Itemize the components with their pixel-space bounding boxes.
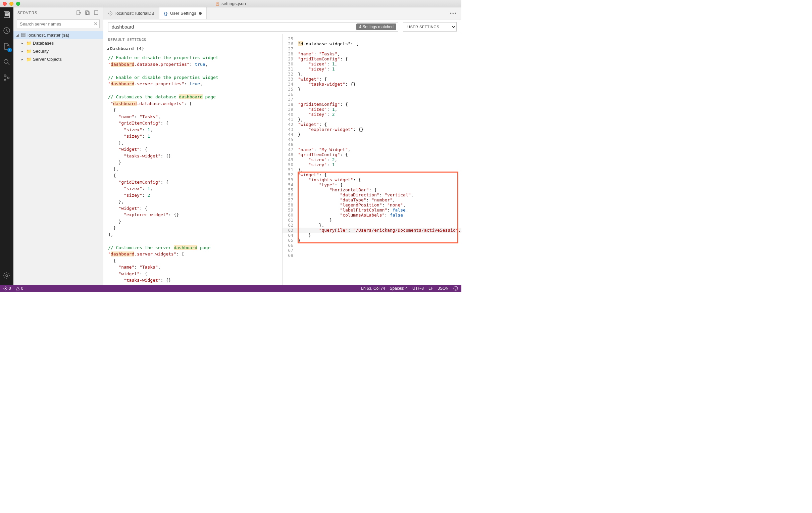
svg-rect-3	[5, 15, 8, 16]
svg-point-6	[4, 75, 6, 77]
dashboard-icon	[108, 11, 113, 16]
twisty-collapsed-icon: ▸	[22, 41, 25, 45]
editor-tabs: localhost:TutorialDB {} User Settings ••…	[103, 7, 461, 20]
tree-item-security[interactable]: ▸ Security	[13, 47, 103, 55]
twisty-expanded-icon: ◢	[107, 47, 109, 50]
explorer-badge: 1	[7, 48, 12, 52]
new-connection-icon[interactable]	[76, 10, 82, 16]
activity-bar: 1	[0, 7, 13, 285]
sidebar-title: SERVERS	[18, 11, 37, 15]
tab-tutorialdb[interactable]: localhost:TutorialDB	[103, 7, 160, 19]
svg-rect-2	[5, 13, 8, 14]
settings-search-input[interactable]	[108, 22, 398, 32]
status-cursor[interactable]: Ln 63, Col 74	[361, 286, 385, 291]
window-close-button[interactable]	[3, 2, 7, 6]
tree-server-root[interactable]: ◢ localhost, master (sa)	[13, 31, 103, 39]
folder-icon	[26, 57, 32, 61]
file-icon	[215, 2, 220, 6]
sidebar: SERVERS ✕ ◢ localhost, master (sa) ▸ Dat…	[13, 7, 103, 285]
tree-item-server-objects[interactable]: ▸ Server Objects	[13, 55, 103, 63]
activity-servers-icon[interactable]	[3, 11, 11, 20]
folder-icon	[26, 40, 32, 45]
tab-label: localhost:TutorialDB	[115, 11, 154, 16]
activity-explorer-icon[interactable]: 1	[3, 42, 11, 51]
section-label: Dashboard (4)	[110, 46, 144, 51]
svg-rect-13	[94, 11, 98, 15]
activity-source-control-icon[interactable]	[3, 74, 11, 83]
svg-rect-14	[21, 33, 25, 34]
status-encoding[interactable]: UTF-8	[412, 286, 424, 291]
status-warnings[interactable]: 0	[16, 286, 24, 291]
status-spaces[interactable]: Spaces: 4	[390, 286, 408, 291]
tree-root-label: localhost, master (sa)	[28, 32, 69, 37]
tree-item-label: Databases	[33, 40, 54, 46]
window-titlebar: settings.json	[0, 0, 461, 7]
tree-item-label: Server Objects	[33, 57, 62, 62]
settings-match-badge: 4 Settings matched	[356, 24, 396, 30]
collapse-all-icon[interactable]	[94, 10, 99, 16]
svg-point-5	[4, 59, 8, 63]
svg-point-8	[8, 77, 9, 79]
search-clear-icon[interactable]: ✕	[94, 21, 98, 27]
default-settings-code[interactable]: // Enable or disable the properties widg…	[103, 54, 282, 285]
server-search-input[interactable]	[17, 20, 100, 28]
status-bar: 0 0 Ln 63, Col 74 Spaces: 4 UTF-8 LF JSO…	[0, 285, 461, 292]
svg-rect-0	[216, 2, 219, 5]
user-settings-pane[interactable]: 2526"d.database.widgets": [2728"name": "…	[282, 34, 461, 285]
settings-scope-select[interactable]: USER SETTINGS	[403, 22, 457, 32]
window-minimize-button[interactable]	[9, 2, 13, 6]
activity-search-icon[interactable]	[3, 58, 11, 67]
tabs-overflow-button[interactable]: •••	[445, 7, 461, 19]
new-group-icon[interactable]	[85, 10, 90, 16]
twisty-expanded-icon: ◢	[16, 33, 20, 37]
section-dashboard[interactable]: ◢ Dashboard (4)	[103, 43, 282, 54]
server-icon	[21, 32, 26, 37]
activity-task-history-icon[interactable]	[3, 27, 11, 35]
status-eol[interactable]: LF	[429, 286, 433, 291]
status-feedback-icon[interactable]	[453, 286, 458, 291]
twisty-collapsed-icon: ▸	[22, 49, 25, 53]
folder-icon	[26, 49, 32, 53]
tree-item-label: Security	[33, 49, 49, 54]
status-language[interactable]: JSON	[438, 286, 448, 291]
svg-point-7	[4, 80, 6, 81]
svg-point-18	[454, 287, 458, 290]
svg-point-20	[456, 288, 457, 288]
tab-user-settings[interactable]: {} User Settings	[160, 7, 207, 19]
default-settings-pane[interactable]: DEFAULT SETTINGS ◢ Dashboard (4) // Enab…	[103, 34, 282, 285]
window-title-text: settings.json	[222, 1, 245, 6]
svg-point-19	[455, 288, 455, 288]
twisty-collapsed-icon: ▸	[22, 57, 25, 61]
svg-rect-11	[86, 11, 88, 15]
status-errors[interactable]: 0	[3, 286, 11, 291]
pane-header-default: DEFAULT SETTINGS	[103, 34, 282, 43]
tab-label: User Settings	[170, 11, 196, 16]
user-settings-code[interactable]: 2526"d.database.widgets": [2728"name": "…	[283, 36, 461, 258]
tab-dirty-indicator	[199, 12, 202, 15]
window-zoom-button[interactable]	[16, 2, 20, 6]
tree-item-databases[interactable]: ▸ Databases	[13, 39, 103, 47]
svg-point-9	[6, 275, 8, 277]
activity-settings-icon[interactable]	[3, 272, 11, 281]
braces-icon: {}	[164, 11, 168, 16]
svg-rect-15	[21, 35, 25, 36]
